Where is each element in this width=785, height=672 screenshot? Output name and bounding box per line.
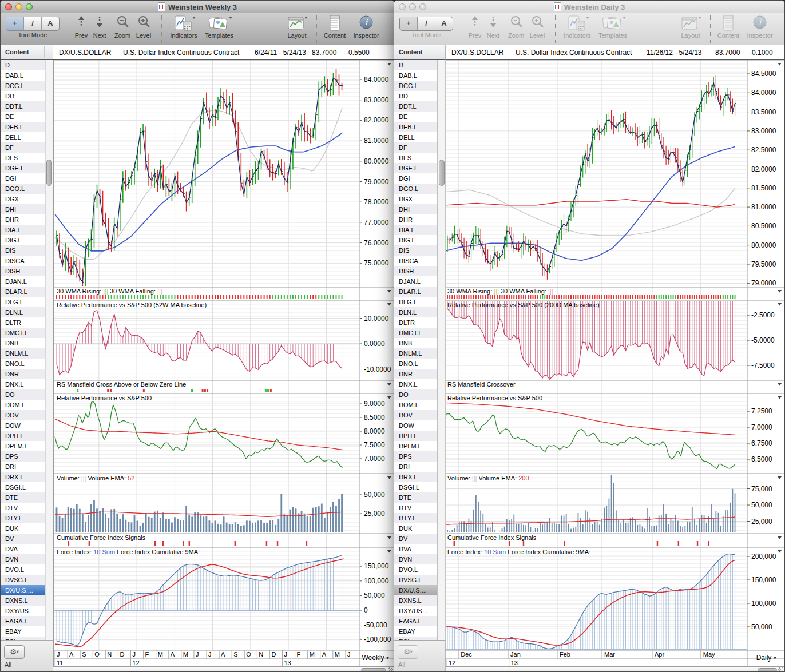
sidebar-item[interactable]: DISCA: [1, 256, 45, 266]
sidebar-item[interactable]: DLG.L: [1, 297, 45, 307]
line-tool-button[interactable]: /: [24, 17, 42, 30]
sidebar-item[interactable]: DV: [1, 534, 45, 544]
sidebar-item[interactable]: DISCA: [394, 256, 437, 266]
sidebar-item[interactable]: EAGA.L: [394, 616, 437, 626]
sidebar-item[interactable]: DNLM.L: [394, 348, 437, 359]
sidebar-item[interactable]: EAGA.L: [1, 616, 45, 626]
sidebar-item[interactable]: DRI: [1, 462, 45, 472]
chart-vertical-scrollbar[interactable]: [45, 60, 53, 640]
chart-horizontal-scrollbar[interactable]: [53, 667, 395, 672]
sidebar-item[interactable]: DLAR.L: [1, 287, 45, 297]
sidebar-item[interactable]: DHI: [1, 204, 45, 214]
sidebar-item[interactable]: DOW: [1, 420, 45, 431]
chart-canvas[interactable]: 84.500084.000083.500083.000082.500082.00…: [446, 60, 785, 667]
sidebar-item[interactable]: DTE: [1, 492, 45, 503]
sidebar-item[interactable]: DRX.L: [394, 472, 437, 482]
sidebar-item[interactable]: DNX.L: [1, 379, 45, 389]
zoom-in-button[interactable]: Level: [528, 14, 547, 39]
sidebar-item[interactable]: DIA.L: [394, 225, 437, 235]
sidebar-item[interactable]: DPLM.L: [394, 441, 437, 451]
sidebar-item[interactable]: DISH: [1, 266, 45, 276]
sidebar-item[interactable]: DIG.L: [1, 235, 45, 245]
sidebar-item[interactable]: DCG.L: [394, 81, 437, 91]
sidebar-item[interactable]: DIA.L: [1, 225, 45, 235]
sidebar-item[interactable]: DOM.L: [1, 400, 45, 410]
sidebar-item[interactable]: DISH: [394, 266, 437, 276]
sidebar-item[interactable]: DGE.L: [394, 163, 437, 173]
sidebar-item[interactable]: DJAN.L: [1, 276, 45, 287]
sidebar-item[interactable]: DHR: [1, 214, 45, 225]
sidebar-item[interactable]: DD: [394, 91, 437, 101]
hscrollbar-thumb[interactable]: [758, 668, 777, 672]
sidebar-item[interactable]: DTY.L: [1, 513, 45, 523]
templates-button[interactable]: Templates: [202, 14, 236, 39]
sidebar-item[interactable]: DIG.L: [394, 235, 437, 245]
sidebar-item[interactable]: D: [1, 60, 45, 70]
sidebar-item[interactable]: DVSG.L: [394, 575, 437, 585]
sidebar-item[interactable]: DXY/US...: [1, 606, 45, 616]
sidebar-item[interactable]: DGX: [394, 194, 437, 204]
sidebar-item[interactable]: DIS: [1, 245, 45, 256]
content-button[interactable]: Content: [321, 14, 348, 39]
chart-canvas[interactable]: 84.000083.000082.000081.000080.000079.00…: [53, 60, 395, 667]
templates-button[interactable]: Templates: [596, 14, 630, 39]
sidebar-item[interactable]: DTY.L: [394, 513, 437, 523]
sidebar-item[interactable]: DHR: [394, 214, 437, 225]
sidebar-item[interactable]: DNO.L: [394, 359, 437, 369]
indicators-button[interactable]: Indicators: [168, 14, 200, 39]
sidebar-item[interactable]: DMGT.L: [394, 328, 437, 338]
scrollbar-thumb[interactable]: [46, 160, 52, 186]
period-selector[interactable]: Daily▾: [748, 651, 784, 665]
sidebar-item[interactable]: DTV: [1, 503, 45, 513]
action-gear-button[interactable]: ⚙▾: [4, 645, 25, 659]
sidebar-item[interactable]: DX/U.S....: [394, 585, 437, 595]
sidebar-item[interactable]: DSGI.L: [1, 482, 45, 492]
sidebar-item[interactable]: DHI: [394, 204, 437, 214]
sidebar-item[interactable]: DOW: [394, 420, 437, 431]
resize-grip[interactable]: [778, 667, 785, 672]
sidebar-item[interactable]: DGO.L: [394, 184, 437, 194]
tool-mode-segmented-control[interactable]: +/A: [6, 17, 60, 31]
sidebar-item[interactable]: DD: [1, 91, 45, 101]
sidebar-item[interactable]: D: [394, 60, 437, 70]
prev-button[interactable]: Prev: [73, 14, 90, 39]
sidebar-item[interactable]: DGO.L: [1, 184, 45, 194]
sidebar-item[interactable]: DTE: [394, 492, 437, 503]
sidebar-item[interactable]: DPS: [394, 451, 437, 462]
sidebar-item[interactable]: DLG.L: [394, 297, 437, 307]
sidebar-item[interactable]: DVA: [1, 544, 45, 554]
sidebar-item[interactable]: DNX.L: [394, 379, 437, 389]
zoom-in-button[interactable]: Level: [134, 14, 153, 39]
sidebar-item[interactable]: DELL: [394, 132, 437, 142]
sidebar-item[interactable]: DAB.L: [1, 70, 45, 81]
sidebar-item[interactable]: DGI: [1, 173, 45, 184]
text-tool-button[interactable]: A: [42, 17, 59, 30]
sidebar-item[interactable]: DPS: [1, 451, 45, 462]
sidebar-item[interactable]: DFS: [394, 153, 437, 163]
content-button[interactable]: Content: [715, 14, 742, 39]
tool-mode-segmented-control[interactable]: +/A: [399, 17, 453, 31]
sidebar-item[interactable]: DV: [394, 534, 437, 544]
sidebar-item[interactable]: DVA: [394, 544, 437, 554]
chart-horizontal-scrollbar[interactable]: [446, 667, 785, 672]
period-selector[interactable]: Weekly▾: [358, 651, 392, 665]
sidebar-item[interactable]: DPLM.L: [1, 441, 45, 451]
scrollbar-thumb[interactable]: [439, 160, 445, 186]
sidebar-item[interactable]: DXY/US...: [394, 606, 437, 616]
sidebar-item[interactable]: DUK: [1, 523, 45, 534]
sidebar-item[interactable]: DDT.L: [394, 101, 437, 112]
action-gear-button[interactable]: ⚙▾: [398, 645, 418, 659]
move-tool-button[interactable]: +: [400, 17, 418, 30]
sidebar-item[interactable]: DGX: [1, 194, 45, 204]
sidebar-item[interactable]: DF: [394, 142, 437, 153]
sidebar-item[interactable]: DLTR: [1, 317, 45, 328]
sidebar-item[interactable]: DFS: [1, 153, 45, 163]
sidebar-item[interactable]: DXNS.L: [394, 595, 437, 606]
sidebar-item[interactable]: DLTR: [394, 317, 437, 328]
indicators-button[interactable]: Indicators: [561, 14, 593, 39]
sidebar-item[interactable]: DVSG.L: [1, 575, 45, 585]
sidebar-item[interactable]: DEB.L: [1, 122, 45, 132]
sidebar-item[interactable]: DEB.L: [394, 122, 437, 132]
sidebar-item[interactable]: DPH.L: [1, 431, 45, 441]
sidebar-item[interactable]: DGE.L: [1, 163, 45, 173]
